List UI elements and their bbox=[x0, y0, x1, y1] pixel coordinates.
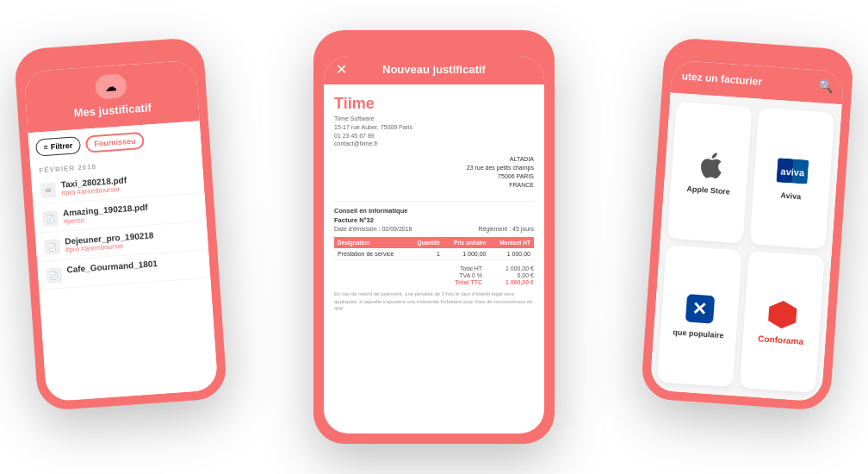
right-phone: utez un facturier 🔍 Apple Store bbox=[641, 37, 855, 411]
svg-marker-5 bbox=[768, 300, 797, 329]
company-name: Tiime bbox=[334, 95, 534, 113]
left-phone-screen: ☁ Mes justificatif ≡ Filtrer Fournisseu … bbox=[23, 59, 218, 402]
left-header-title: Mes justificatif bbox=[73, 101, 152, 119]
doc-title: Cafe_Gourmand_1801 bbox=[66, 259, 158, 274]
vendor-card-banque[interactable]: ✕ que populaire bbox=[657, 245, 742, 387]
col-unit-price: Prix unitaire bbox=[443, 237, 490, 248]
center-header: ✕ Nouveau justificatif bbox=[324, 56, 544, 84]
vendor-card-apple[interactable]: Apple Store bbox=[667, 102, 753, 243]
supplier-button[interactable]: Fournisseu bbox=[85, 132, 146, 153]
invoice-date-row: Date d'émission : 02/09/2018 Règlement :… bbox=[334, 226, 534, 232]
invoice-ref: Facture N°32 bbox=[334, 216, 534, 224]
doc-icon: 📄 bbox=[42, 210, 59, 227]
invoice-to: ALTADIA 23 rue des petits champs 75006 P… bbox=[467, 155, 534, 189]
company-info: Tiime Software 15-17 rue Auber, 75009 Pa… bbox=[334, 115, 534, 148]
vendor-name-aviva: Aviva bbox=[780, 191, 801, 202]
total-ttc-row: Total TTC 1 000,00 € bbox=[439, 279, 534, 285]
table-row: Prestation de service 1 1 000,00 1 000,0… bbox=[334, 248, 534, 260]
vendor-grid: Apple Store aviva Aviva ✕ bbox=[649, 92, 842, 402]
col-quantity: Quantité bbox=[408, 237, 443, 248]
close-button[interactable]: ✕ bbox=[336, 61, 347, 78]
right-phone-notch bbox=[733, 50, 785, 64]
vendor-name-banque: que populaire bbox=[673, 328, 724, 340]
left-phone: ☁ Mes justificatif ≡ Filtrer Fournisseu … bbox=[14, 37, 228, 411]
doc-icon: 📄 bbox=[46, 267, 62, 284]
vendor-name-conforama: Conforama bbox=[758, 334, 803, 346]
apple-logo bbox=[693, 149, 726, 182]
cell-designation: Prestation de service bbox=[334, 248, 408, 260]
conforama-logo bbox=[766, 298, 799, 331]
right-header-title: utez un facturier bbox=[681, 70, 819, 91]
invoice-footer: En cas de retard de paiement, une pénali… bbox=[334, 290, 534, 312]
center-phone-screen: ✕ Nouveau justificatif Tiime Tiime Softw… bbox=[324, 56, 544, 433]
invoice-table: Désignation Quantité Prix unitaire Monta… bbox=[334, 237, 534, 260]
doc-icon: ✉ bbox=[40, 182, 56, 198]
cloud-icon: ☁ bbox=[95, 73, 127, 99]
vendor-name-apple: Apple Store bbox=[686, 184, 730, 196]
table-header-row: Désignation Quantité Prix unitaire Monta… bbox=[334, 237, 534, 248]
vendor-card-aviva[interactable]: aviva Aviva bbox=[749, 108, 834, 249]
col-designation: Désignation bbox=[334, 237, 408, 248]
aviva-logo: aviva bbox=[776, 155, 809, 188]
center-phone: ✕ Nouveau justificatif Tiime Tiime Softw… bbox=[313, 30, 555, 444]
tva-row: TVA 0 % 0,00 € bbox=[439, 272, 534, 278]
search-icon[interactable]: 🔍 bbox=[818, 78, 834, 93]
divider bbox=[334, 201, 534, 202]
left-phone-notch bbox=[83, 50, 135, 64]
col-amount: Montant HT bbox=[489, 237, 534, 248]
filter-button[interactable]: ≡ Filtrer bbox=[35, 136, 81, 157]
invoice-category: Conseil en informatique bbox=[334, 207, 534, 215]
cell-quantity: 1 bbox=[408, 248, 443, 260]
total-ht-row: Total HT 1 000,00 € bbox=[439, 265, 534, 271]
center-phone-notch bbox=[404, 41, 464, 53]
svg-text:aviva: aviva bbox=[780, 166, 805, 178]
banque-populaire-logo: ✕ bbox=[684, 292, 716, 325]
center-header-title: Nouveau justificatif bbox=[382, 63, 486, 76]
doc-icon: 📄 bbox=[44, 239, 60, 255]
svg-text:✕: ✕ bbox=[691, 299, 709, 320]
cell-unit-price: 1 000,00 bbox=[443, 248, 490, 260]
right-phone-screen: utez un facturier 🔍 Apple Store bbox=[649, 59, 844, 402]
invoice-totals: Total HT 1 000,00 € TVA 0 % 0,00 € Total… bbox=[334, 265, 534, 285]
invoice-body: Tiime Tiime Software 15-17 rue Auber, 75… bbox=[324, 84, 544, 433]
vendor-card-conforama[interactable]: Conforama bbox=[740, 251, 825, 393]
filter-icon: ≡ bbox=[43, 143, 48, 152]
cell-amount: 1 000,00 bbox=[489, 248, 534, 260]
